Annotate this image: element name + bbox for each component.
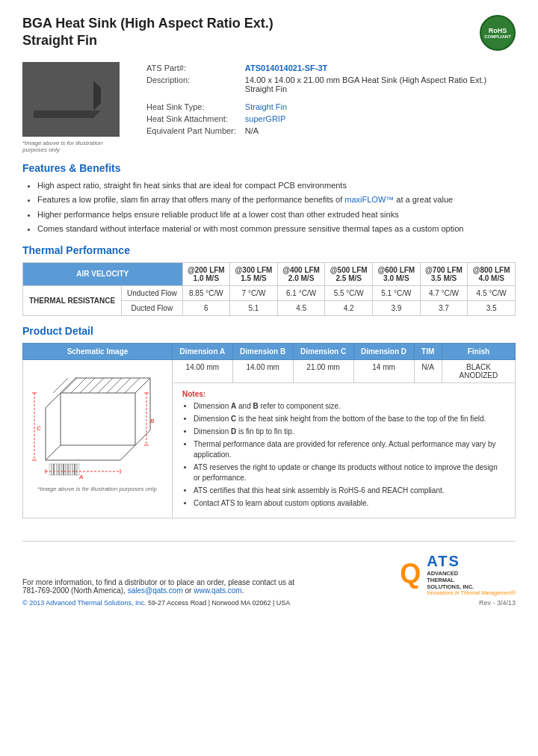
footer-email[interactable]: sales@qats.com (128, 586, 183, 595)
svg-line-17 (62, 378, 77, 393)
schematic-svg: C A B (31, 363, 165, 483)
air-velocity-header: AIR VELOCITY (23, 262, 183, 285)
page-header: BGA Heat Sink (High Aspect Ratio Ext.) S… (22, 15, 516, 51)
svg-marker-11 (34, 111, 101, 118)
dim-d-value: 14 mm (353, 359, 414, 382)
col-schematic: Schematic Image (23, 343, 173, 359)
features-list: High aspect ratio, straight fin heat sin… (37, 180, 516, 235)
feature-item-1: High aspect ratio, straight fin heat sin… (37, 180, 516, 191)
footer-website[interactable]: www.qats.com (194, 586, 241, 595)
ats-logo-text: ATS ADVANCED THERMAL SOLUTIONS, INC. Inn… (427, 553, 516, 595)
ducted-200: 6 (182, 300, 230, 315)
col-400lfm: @400 LFM2.0 M/S (277, 262, 325, 285)
svg-rect-6 (67, 78, 70, 111)
attachment-value: superGRIP (241, 113, 516, 125)
features-heading: Features & Benefits (22, 162, 516, 174)
svg-marker-10 (93, 81, 101, 111)
notes-title: Notes: (182, 390, 505, 398)
thermal-header-row: AIR VELOCITY @200 LFM1.0 M/S @300 LFM1.5… (23, 262, 516, 285)
dim-b-value: 14.00 mm (232, 359, 293, 382)
note-2: Dimension C is the heat sink height from… (194, 414, 505, 424)
ats-full-line3: SOLUTIONS, INC. (427, 583, 516, 590)
svg-marker-12 (46, 445, 135, 460)
ducted-400: 4.5 (277, 300, 325, 315)
thermal-resistance-label: THERMAL RESISTANCE (23, 285, 122, 315)
svg-line-16 (53, 378, 68, 393)
dimensions-row: C A B (23, 359, 516, 382)
svg-rect-9 (84, 82, 88, 111)
footer-section: For more information, to find a distribu… (22, 541, 516, 607)
col-300lfm: @300 LFM1.5 M/S (230, 262, 278, 285)
svg-line-23 (116, 378, 131, 393)
svg-rect-5 (61, 77, 64, 111)
schematic-caption: *Image above is for illustration purpose… (29, 486, 166, 492)
note-3: Dimension D is fin tip to fin tip. (194, 427, 505, 437)
part-label: ATS Part#: (142, 62, 241, 74)
spec-table: ATS Part#: ATS014014021-SF-3T Descriptio… (142, 62, 516, 137)
title-line1: BGA Heat Sink (High Aspect Ratio Ext.) (22, 16, 273, 31)
product-image-caption: *Image above is for illustration purpose… (22, 140, 127, 153)
col-800lfm: @800 LFM4.0 M/S (468, 262, 516, 285)
notes-section: Notes: Dimension A and B refer to compon… (179, 386, 509, 515)
col-200lfm: @200 LFM1.0 M/S (182, 262, 230, 285)
tim-value: N/A (414, 359, 442, 382)
svg-text:B: B (150, 418, 155, 424)
product-image-box (22, 62, 120, 137)
svg-line-21 (98, 378, 113, 393)
product-detail-heading: Product Detail (22, 325, 516, 337)
col-dim-c: Dimension C (293, 343, 353, 359)
finish-value: BLACK ANODIZED (442, 359, 515, 382)
ducted-500: 4.2 (325, 300, 373, 315)
schematic-image-box: C A B (31, 363, 165, 483)
ats-abbr: ATS (427, 553, 516, 570)
attachment-label: Heat Sink Attachment: (142, 113, 241, 125)
page-title: BGA Heat Sink (High Aspect Ratio Ext.) S… (22, 15, 273, 50)
dim-a-value: 14.00 mm (173, 359, 233, 382)
svg-rect-2 (43, 79, 46, 111)
unducted-700: 4.7 °C/W (420, 285, 468, 300)
heat-sink-type-label: Heat Sink Type: (142, 101, 241, 113)
spec-row-equiv: Equivalent Part Number: N/A (142, 125, 516, 137)
description-label: Description: (142, 74, 241, 95)
svg-rect-3 (49, 78, 52, 111)
note-7: Contact ATS to learn about custom option… (194, 498, 505, 509)
part-number: ATS014014021-SF-3T (241, 62, 516, 74)
ducted-700: 3.7 (420, 300, 468, 315)
svg-line-20 (89, 378, 104, 393)
note-4: Thermal performance data are provided fo… (194, 439, 505, 460)
col-tim: TIM (414, 343, 442, 359)
rohs-label: RoHS (489, 27, 507, 34)
svg-rect-1 (37, 81, 40, 111)
ats-q-letter: Q (400, 560, 421, 587)
ats-logo: Q ATS ADVANCED THERMAL SOLUTIONS, INC. I… (400, 553, 516, 595)
ats-tagline: Innovations in Thermal Management® (427, 590, 516, 595)
spec-row-part: ATS Part#: ATS014014021-SF-3T (142, 62, 516, 74)
product-image-container: *Image above is for illustration purpose… (22, 62, 127, 153)
col-500lfm: @500 LFM2.5 M/S (325, 262, 373, 285)
thermal-row-unducted: THERMAL RESISTANCE Unducted Flow 8.85 °C… (23, 285, 516, 300)
title-line2: Straight Fin (22, 33, 97, 48)
footer-contact-text: For more information, to find a distribu… (22, 578, 294, 586)
unducted-500: 5.5 °C/W (325, 285, 373, 300)
unducted-400: 6.1 °C/W (277, 285, 325, 300)
schematic-cell: C A B (23, 359, 173, 518)
footer-or: or (185, 586, 192, 595)
dim-c-value: 21.00 mm (293, 359, 353, 382)
maxiflow-link: maxiFLOW™ (344, 195, 394, 204)
heat-sink-type-value: Straight Fin (241, 101, 516, 113)
product-specs: ATS Part#: ATS014014021-SF-3T Descriptio… (142, 62, 516, 153)
svg-line-19 (80, 378, 95, 393)
col-dim-a: Dimension A (173, 343, 233, 359)
rohs-badge: RoHS COMPLIANT (480, 15, 516, 51)
svg-marker-13 (46, 393, 61, 460)
svg-line-22 (107, 378, 122, 393)
thermal-performance-heading: Thermal Performance (22, 244, 516, 256)
svg-text:C: C (37, 425, 41, 432)
feature-item-3: Higher performance helps ensure reliable… (37, 209, 516, 220)
col-dim-b: Dimension B (232, 343, 293, 359)
notes-cell: Notes: Dimension A and B refer to compon… (173, 382, 516, 518)
svg-rect-7 (72, 79, 76, 111)
unducted-200: 8.85 °C/W (182, 285, 230, 300)
ducted-600: 3.9 (373, 300, 421, 315)
col-finish: Finish (442, 343, 515, 359)
